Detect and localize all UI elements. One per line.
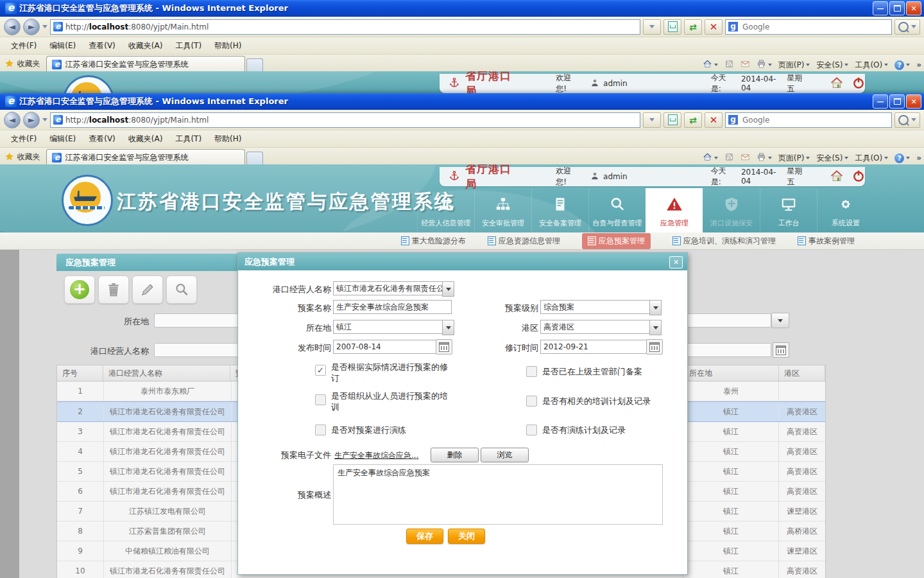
feeds-button[interactable]	[724, 152, 734, 164]
refresh-button[interactable]: ⇄	[684, 19, 702, 35]
sub-nav-item-4[interactable]: 事故案例管理	[798, 236, 855, 247]
tools-menu[interactable]: 工具(O)	[855, 153, 888, 164]
page-menu[interactable]: 页面(P)	[778, 60, 810, 71]
tools-menu[interactable]: 工具(O)	[855, 60, 888, 71]
checkbox-drill[interactable]	[315, 425, 326, 435]
restore-button[interactable]	[889, 1, 905, 15]
menu-tools[interactable]: 工具(T)	[169, 132, 207, 146]
sub-nav-item-1[interactable]: 应急资源信息管理	[488, 236, 560, 247]
menu-edit[interactable]: 编辑(E)	[44, 39, 81, 53]
compatibility-view-button[interactable]	[663, 112, 681, 128]
checkbox-revision[interactable]: ✓	[315, 365, 326, 376]
forward-button[interactable]: ►	[23, 19, 40, 35]
menu-view[interactable]: 查看(V)	[83, 39, 121, 53]
column-header[interactable]: 所在地	[684, 365, 779, 381]
close-modal-button[interactable]: 关闭	[448, 529, 485, 544]
revise-date-input[interactable]: 2012-09-21	[540, 340, 648, 354]
nav-item-warning[interactable]: 应急管理	[646, 188, 703, 232]
port-area-select-arrow[interactable]	[649, 320, 662, 335]
nav-item-users[interactable]: 经营人信息管理	[417, 188, 474, 232]
column-header[interactable]: 港口经营人名称	[103, 365, 230, 381]
page-menu[interactable]: 页面(P)	[778, 153, 810, 164]
plan-level-select[interactable]: 综合预案	[540, 300, 653, 314]
nav-item-monitor[interactable]: 工作台	[760, 188, 817, 232]
browser-tab[interactable]: e 江苏省港口安全监管与应急管理系统	[46, 56, 245, 73]
print-button[interactable]	[757, 152, 772, 164]
search-portarea-dropdown[interactable]	[771, 313, 789, 328]
mail-button[interactable]	[740, 59, 750, 71]
restore-button[interactable]	[889, 94, 905, 109]
delete-button[interactable]	[98, 276, 129, 304]
address-dropdown-button[interactable]	[643, 112, 661, 128]
forward-button[interactable]: ►	[23, 112, 40, 128]
column-header[interactable]: 序号	[57, 365, 103, 381]
sub-nav-item-2[interactable]: 应急预案管理	[582, 233, 651, 249]
menu-favorites[interactable]: 收藏夹(A)	[123, 39, 169, 53]
menu-tools[interactable]: 工具(T)	[169, 39, 207, 53]
stop-button[interactable]: ✕	[705, 19, 723, 35]
overflow-chevron[interactable]: »	[916, 60, 921, 69]
nav-item-sitemap[interactable]: 安全审批管理	[474, 188, 531, 232]
history-dropdown-icon[interactable]	[42, 25, 47, 28]
search-box[interactable]: g	[725, 19, 892, 35]
menu-favorites[interactable]: 收藏夹(A)	[123, 132, 169, 146]
back-button[interactable]: ◄	[4, 19, 21, 35]
search-button[interactable]	[166, 276, 197, 304]
summary-textarea[interactable]	[333, 464, 663, 525]
logout-icon[interactable]	[852, 170, 865, 184]
browse-file-button[interactable]: 浏览	[481, 448, 529, 462]
stop-button[interactable]: ✕	[705, 112, 723, 128]
location-select[interactable]: 镇江	[333, 320, 445, 334]
minimize-button[interactable]: —	[873, 1, 888, 15]
delete-file-button[interactable]: 删除	[431, 448, 479, 462]
back-button[interactable]: ◄	[4, 112, 21, 128]
sub-nav-item-3[interactable]: 应急培训、演练和演习管理	[672, 236, 776, 247]
publish-date-input[interactable]: 2007-08-14	[333, 340, 438, 354]
logout-icon[interactable]	[852, 76, 865, 91]
search-input[interactable]	[741, 115, 889, 125]
port-area-select[interactable]: 高资港区	[540, 320, 653, 334]
minimize-button[interactable]: —	[873, 94, 888, 109]
menu-file[interactable]: 文件(F)	[5, 39, 42, 53]
search-go-button[interactable]	[894, 112, 920, 128]
home-button[interactable]	[703, 59, 718, 71]
home-icon[interactable]	[830, 170, 843, 184]
safety-menu[interactable]: 安全(S)	[816, 60, 848, 71]
menu-file[interactable]: 文件(F)	[5, 132, 42, 146]
checkbox-training-records[interactable]	[526, 396, 537, 407]
modal-close-icon[interactable]: ✕	[669, 256, 683, 268]
revise-date-calendar-button[interactable]	[646, 339, 663, 355]
menu-help[interactable]: 帮助(H)	[209, 39, 247, 53]
mail-button[interactable]	[740, 152, 750, 164]
compatibility-view-button[interactable]	[663, 19, 681, 35]
help-button[interactable]: ?	[894, 153, 910, 163]
close-button[interactable]: ✕	[906, 94, 921, 109]
menu-edit[interactable]: 编辑(E)	[44, 132, 81, 146]
search-box[interactable]: g	[725, 112, 892, 128]
safety-menu[interactable]: 安全(S)	[816, 153, 848, 164]
refresh-button[interactable]: ⇄	[684, 112, 702, 128]
home-button[interactable]	[703, 152, 718, 164]
location-select-arrow[interactable]	[442, 320, 454, 335]
file-link[interactable]: 生产安全事故综合应急...	[334, 450, 418, 461]
address-input[interactable]: e http://localhost:8080/yjpt/Main.html	[50, 19, 640, 35]
nav-item-gear[interactable]: 系统设置	[817, 188, 874, 232]
menu-help[interactable]: 帮助(H)	[209, 132, 247, 146]
home-icon[interactable]	[830, 76, 843, 91]
edit-button[interactable]	[132, 276, 163, 304]
search-date-calendar-button[interactable]	[773, 342, 789, 358]
save-button[interactable]: 保存	[406, 529, 443, 544]
operator-select-arrow[interactable]	[442, 281, 454, 297]
title-bar[interactable]: e 江苏省港口安全监管与应急管理系统 - Windows Internet Ex…	[0, 0, 924, 17]
address-input[interactable]: e http://localhost:8080/yjpt/Main.html	[50, 112, 640, 128]
close-button[interactable]: ✕	[906, 1, 921, 15]
browser-tab[interactable]: e 江苏省港口安全监管与应急管理系统	[46, 149, 245, 166]
help-button[interactable]: ?	[894, 60, 910, 70]
column-header[interactable]: 港区	[779, 365, 825, 381]
nav-item-shield[interactable]: 港口设施保安	[703, 188, 760, 232]
new-tab-stub[interactable]	[246, 152, 263, 166]
favorites-button[interactable]: ★收藏夹	[0, 58, 46, 73]
favorites-button[interactable]: ★收藏夹	[0, 151, 46, 166]
plan-level-select-arrow[interactable]	[649, 300, 662, 315]
nav-item-search[interactable]: 自查与督查管理	[588, 188, 646, 232]
